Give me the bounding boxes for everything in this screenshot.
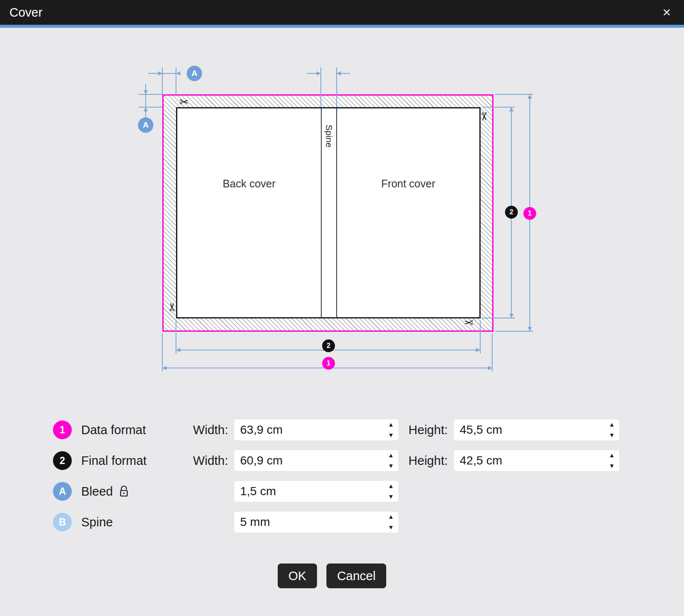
accent-bar [0,25,684,28]
width-label: Width: [183,454,228,468]
spine-form-label: Spine [81,515,183,529]
spinner: ▲ ▼ [604,450,619,471]
data-format-badge: 1 [523,207,536,220]
spine-input[interactable] [234,515,383,529]
dim-arrow [509,314,514,318]
spine-label: Spine [324,125,334,148]
spinner: ▲ ▼ [383,419,399,441]
spin-down-button[interactable]: ▼ [383,461,399,471]
back-cover-label: Back cover [177,178,321,190]
lock-icon [119,485,129,498]
data-format-badge: 1 [322,357,335,370]
dim-arrow [476,348,480,352]
dim-arrow [488,366,492,370]
spin-up-button[interactable]: ▲ [383,419,399,430]
dim-arrow [509,107,514,111]
data-format-width-field: ▲ ▼ [234,419,399,441]
spine-strip: Spine [321,108,337,317]
scissors-icon: ✂ [167,302,178,312]
data-format-height-input[interactable] [454,423,604,437]
final-format-badge: 2 [53,451,72,470]
spin-up-button[interactable]: ▲ [604,419,619,430]
spine-field: ▲ ▼ [234,511,399,533]
ok-button[interactable]: OK [278,563,317,588]
spin-down-button[interactable]: ▼ [604,461,619,471]
height-label: Height: [408,454,448,468]
bleed-input[interactable] [234,485,383,498]
close-icon[interactable]: ✕ [659,5,675,20]
final-format-badge: 2 [322,339,335,352]
spinner: ▲ ▼ [604,419,619,441]
spin-up-button[interactable]: ▲ [383,450,399,461]
data-format-label: Data format [81,423,183,437]
dim-arrow [317,71,321,76]
data-format-row: 1 Data format Width: ▲ ▼ Height: ▲ ▼ [53,419,631,441]
spin-down-button[interactable]: ▼ [383,522,399,533]
cancel-button[interactable]: Cancel [326,563,386,588]
bleed-row: A Bleed ▲ ▼ [53,480,631,502]
final-format-row: 2 Final format Width: ▲ ▼ Height: ▲ ▼ [53,450,631,472]
spin-down-button[interactable]: ▼ [383,430,399,441]
bleed-field: ▲ ▼ [234,480,399,502]
dim-arrow [144,90,148,94]
bleed-label-wrap: Bleed [81,485,183,499]
spin-up-button[interactable]: ▲ [383,481,399,491]
dim-arrow [162,366,167,370]
spin-down-button[interactable]: ▼ [604,430,619,441]
spin-up-button[interactable]: ▲ [383,511,399,522]
spinner: ▲ ▼ [383,481,399,502]
final-format-badge: 2 [505,206,518,219]
dim-arrow [176,71,180,76]
final-format-width-field: ▲ ▼ [234,450,399,472]
dim-arrow [158,71,162,76]
spinner: ▲ ▼ [383,511,399,533]
final-format-rect: Back cover Front cover Spine [176,107,481,318]
spine-row: B Spine ▲ ▼ [53,511,631,533]
final-format-height-field: ▲ ▼ [453,450,620,472]
spine-badge: B [53,513,72,531]
final-format-width-input[interactable] [234,454,383,467]
dim-arrow [144,107,148,111]
dialog-actions: OK Cancel [278,563,386,588]
dim-line [138,107,162,108]
bleed-badge: A [187,66,202,81]
bleed-label: Bleed [81,485,113,499]
titlebar: Cover ✕ [0,0,684,25]
front-cover-label: Front cover [337,178,479,190]
final-format-height-input[interactable] [454,454,604,467]
data-format-badge: 1 [53,420,72,439]
bleed-badge: A [53,482,72,501]
data-format-height-field: ▲ ▼ [453,419,620,441]
data-format-width-input[interactable] [234,423,383,437]
bleed-badge: A [138,117,153,133]
dim-arrow [528,327,532,331]
height-label: Height: [408,423,448,437]
dim-line [138,94,162,95]
spinner: ▲ ▼ [383,450,399,471]
dim-arrow [176,348,180,352]
scissors-icon: ✂ [179,96,189,108]
spin-up-button[interactable]: ▲ [604,450,619,461]
width-label: Width: [183,423,228,437]
scissors-icon: ✂ [479,112,490,121]
dim-arrow [528,94,532,99]
dim-arrow [337,71,341,76]
cover-settings-form: 1 Data format Width: ▲ ▼ Height: ▲ ▼ 2 F… [53,419,631,542]
scissors-icon: ✂ [464,317,473,328]
spin-down-button[interactable]: ▼ [383,491,399,502]
final-format-label: Final format [81,454,183,468]
dim-line [145,84,146,120]
window-title: Cover [9,6,42,20]
